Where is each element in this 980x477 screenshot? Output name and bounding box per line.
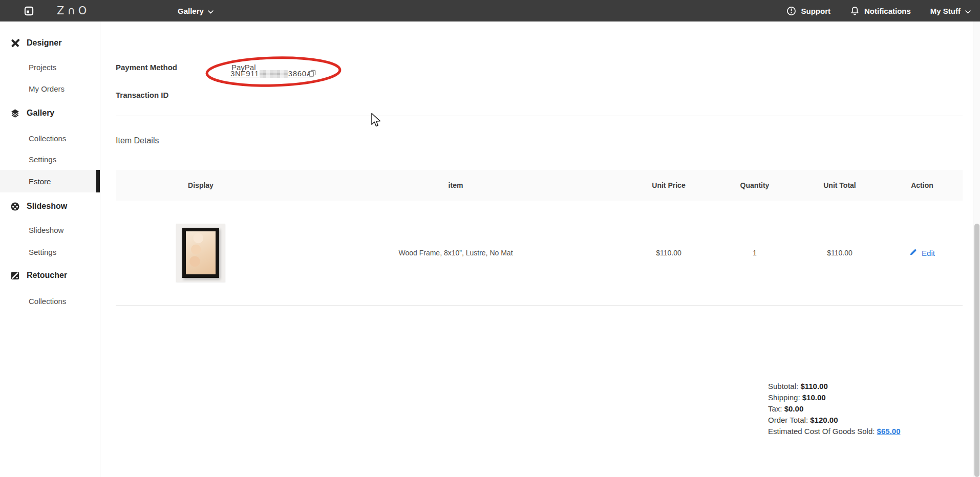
chevron-down-icon	[965, 7, 971, 15]
unit-total-cell: $110.00	[798, 249, 882, 257]
sidebar-item-label: Collections	[29, 297, 66, 306]
zno-logo-text: Z∩O	[57, 6, 90, 16]
bell-icon	[850, 6, 860, 16]
payment-method-label: Payment Method	[116, 62, 177, 73]
notifications-label: Notifications	[864, 7, 911, 15]
col-header-unit-total: Unit Total	[798, 181, 882, 189]
product-switcher-gallery[interactable]: Gallery	[178, 0, 214, 21]
chevron-down-icon	[208, 7, 214, 15]
sidebar-item-label: Collections	[29, 134, 66, 143]
sidebar-item-label: My Orders	[29, 84, 65, 93]
my-stuff-menu[interactable]: My Stuff	[930, 7, 971, 15]
sidebar-item-label: Slideshow	[29, 226, 63, 234]
sidebar-section-label: Retoucher	[27, 271, 67, 280]
item-display-cell	[116, 224, 286, 282]
layers-icon	[10, 109, 20, 118]
subtotal-value: $110.00	[800, 382, 827, 391]
support-alert-icon	[786, 6, 796, 16]
vertical-scrollbar[interactable]	[973, 21, 980, 477]
sidebar-item-slideshow-settings[interactable]: Settings	[0, 245, 100, 259]
sidebar-item-gallery-settings[interactable]: Settings	[0, 152, 100, 166]
order-total-label: Order Total:	[768, 416, 808, 424]
sidebar-item-retoucher-collections[interactable]: Collections	[0, 294, 100, 308]
framed-photo	[182, 228, 219, 278]
product-thumbnail[interactable]	[176, 224, 225, 282]
pencil-icon	[909, 248, 917, 257]
shipping-label: Shipping:	[768, 393, 800, 402]
shipping-line: Shipping: $10.00	[768, 392, 901, 403]
sidebar-section-gallery[interactable]: Gallery	[0, 106, 100, 120]
transaction-id-link[interactable]: 3NF9113860A	[230, 69, 312, 79]
item-table-header: Display item Unit Price Quantity Unit To…	[116, 170, 963, 201]
item-details-title: Item Details	[116, 136, 159, 145]
sidebar-item-label: Estore	[29, 177, 51, 186]
sidebar-item-projects[interactable]: Projects	[0, 60, 100, 74]
support-link[interactable]: Support	[786, 6, 830, 16]
notifications-link[interactable]: Notifications	[850, 6, 911, 16]
film-reel-icon	[10, 202, 20, 211]
cogs-line: Estimated Cost Of Goods Sold: $65.00	[768, 426, 901, 437]
product-switcher-label: Gallery	[178, 7, 204, 15]
sidebar-section-label: Slideshow	[27, 202, 67, 211]
order-detail-content: Payment Method PayPal Transaction ID 3NF…	[0, 21, 980, 477]
sidebar-item-label: Projects	[29, 63, 56, 72]
sidebar-section-slideshow[interactable]: Slideshow	[0, 199, 100, 213]
transaction-id-label: Transaction ID	[116, 90, 168, 100]
designer-tools-icon	[10, 38, 20, 48]
active-item-indicator-bar	[96, 170, 100, 192]
action-cell: Edit	[882, 248, 963, 257]
edit-item-button[interactable]: Edit	[909, 248, 935, 257]
subtotal-line: Subtotal: $110.00	[768, 381, 901, 392]
subtotal-label: Subtotal:	[768, 382, 798, 391]
vertical-scrollbar-thumb[interactable]	[974, 224, 979, 477]
edit-label: Edit	[922, 249, 935, 257]
transaction-id-redacted-blur	[260, 70, 288, 78]
quantity-cell: 1	[712, 249, 798, 257]
col-header-quantity: Quantity	[712, 181, 798, 189]
sidebar-item-label: Settings	[29, 248, 56, 256]
unit-price-cell: $110.00	[626, 249, 712, 257]
shipping-value: $10.00	[802, 393, 826, 402]
sidebar-item-label: Settings	[29, 155, 56, 164]
col-header-display: Display	[116, 181, 286, 189]
item-name-cell: Wood Frame, 8x10”, Lustre, No Mat	[286, 249, 626, 257]
order-totals-block: Subtotal: $110.00 Shipping: $10.00 Tax: …	[768, 381, 901, 437]
order-total-value: $120.00	[810, 416, 838, 424]
sidebar-item-slideshow[interactable]: Slideshow	[0, 223, 100, 237]
sidebar-section-designer[interactable]: Designer	[0, 36, 100, 50]
top-navbar: Z∩O Gallery Support Notifications	[0, 0, 980, 21]
navbar-right-group: Support Notifications My Stuff	[786, 0, 971, 21]
tax-line: Tax: $0.00	[768, 403, 901, 415]
sidebar-section-label: Gallery	[27, 109, 54, 118]
my-stuff-label: My Stuff	[930, 7, 961, 15]
col-header-unit-price: Unit Price	[626, 181, 712, 189]
support-label: Support	[801, 7, 830, 15]
tax-value: $0.00	[784, 404, 804, 413]
sidebar-section-label: Designer	[27, 38, 61, 48]
col-header-action: Action	[882, 181, 963, 189]
section-divider	[116, 116, 963, 116]
sidebar-nav: Designer Projects My Orders Gallery Coll…	[0, 21, 100, 477]
zno-gallery-estore-page: Z∩O Gallery Support Notifications	[0, 0, 980, 477]
cogs-label: Estimated Cost Of Goods Sold:	[768, 427, 875, 436]
cogs-value-link[interactable]: $65.00	[877, 427, 901, 436]
order-total-line: Order Total: $120.00	[768, 415, 901, 426]
sidebar-section-retoucher[interactable]: Retoucher	[0, 268, 100, 283]
sidebar-item-collections[interactable]: Collections	[0, 131, 100, 145]
retouch-icon	[10, 271, 20, 280]
zno-logo-icon	[24, 6, 34, 16]
sidebar-item-my-orders[interactable]: My Orders	[0, 81, 100, 96]
item-table-row: Wood Frame, 8x10”, Lustre, No Mat $110.0…	[116, 201, 963, 305]
col-header-item: item	[286, 181, 626, 189]
sidebar-item-estore-active[interactable]: Estore	[0, 170, 100, 192]
copy-icon[interactable]	[309, 70, 316, 77]
tax-label: Tax:	[768, 404, 782, 413]
photo-preview	[186, 231, 216, 274]
table-bottom-divider	[116, 305, 963, 306]
transaction-id-prefix: 3NF911	[230, 69, 259, 79]
zno-brand[interactable]: Z∩O	[24, 0, 90, 21]
